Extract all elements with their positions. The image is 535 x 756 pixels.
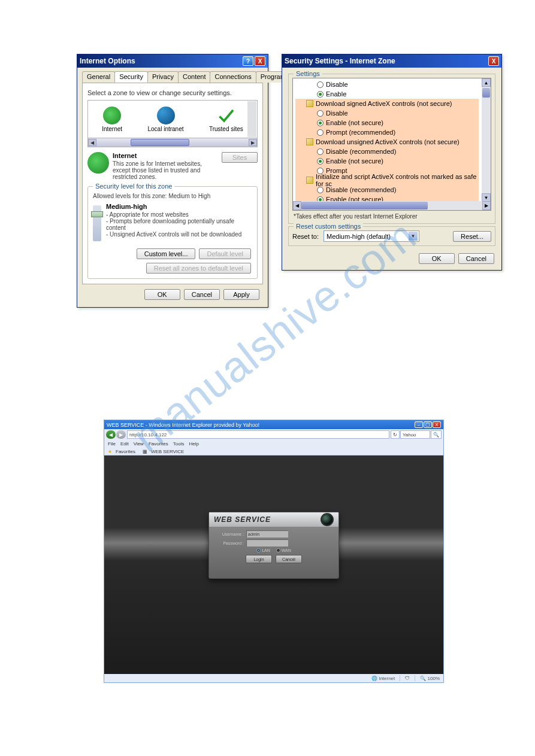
scroll-thumb[interactable]	[482, 88, 490, 98]
scroll-left-icon[interactable]: ◀	[293, 201, 301, 210]
radio-lan[interactable]: LAN	[256, 548, 270, 552]
scroll-right-icon[interactable]: ▶	[249, 139, 257, 146]
radio-icon[interactable]	[317, 129, 324, 136]
radio-icon[interactable]	[317, 81, 324, 88]
settings-tree[interactable]: DisableEnableDownload signed ActiveX con…	[292, 78, 491, 211]
zone-instruction: Select a zone to view or change security…	[87, 89, 258, 96]
level-bullet: - Appropriate for most websites	[106, 211, 252, 218]
close-button[interactable]: X	[255, 56, 265, 66]
favorites-bar: ★ Favorites ▦ WEB SERVICE	[104, 448, 443, 456]
dropdown-icon[interactable]: ▼	[409, 232, 418, 241]
intranet-icon	[157, 107, 175, 125]
close-button[interactable]: X	[433, 421, 441, 428]
reset-all-zones-button[interactable]: Reset all zones to default level	[146, 263, 251, 274]
tree-hscroll[interactable]: ◀ ▶	[293, 201, 491, 210]
menu-file[interactable]: File	[108, 441, 116, 447]
level-name: Medium-high	[106, 203, 252, 210]
search-button[interactable]: 🔍	[431, 430, 442, 439]
tab-privacy[interactable]: Privacy	[147, 71, 179, 83]
radio-wan[interactable]: WAN	[276, 548, 291, 552]
scroll-thumb[interactable]	[301, 202, 428, 210]
star-icon[interactable]: ★	[108, 449, 112, 454]
reset-to-combo[interactable]: Medium-high (default) ▼	[324, 230, 419, 242]
tree-radio[interactable]: Prompt (recommended)	[295, 127, 479, 137]
menu-bar: File Edit View Favorites Tools Help	[104, 440, 443, 448]
scroll-down-icon[interactable]: ▼	[482, 193, 491, 202]
security-level-group: Security level for this zone Allowed lev…	[87, 186, 258, 279]
ok-button[interactable]: OK	[419, 253, 455, 264]
activex-icon	[306, 100, 313, 107]
tab-general[interactable]: General	[82, 71, 115, 83]
scroll-left-icon[interactable]: ◀	[88, 139, 96, 146]
tree-header: Initialize and script ActiveX controls n…	[295, 175, 479, 185]
tab-security[interactable]: Security	[114, 71, 148, 83]
menu-view[interactable]: View	[134, 441, 144, 447]
back-button[interactable]: ◀	[106, 430, 116, 439]
radio-icon[interactable]	[317, 148, 324, 155]
tree-vscroll[interactable]: ▲ ▼	[482, 78, 491, 202]
password-input[interactable]	[246, 539, 288, 546]
zone-detail: Internet This zone is for Internet websi…	[87, 152, 258, 180]
activex-icon	[306, 177, 313, 184]
zone-intranet[interactable]: Local intranet	[147, 107, 183, 132]
custom-level-button[interactable]: Custom level...	[137, 248, 196, 259]
security-slider[interactable]	[93, 205, 101, 241]
tab-connections[interactable]: Connections	[210, 71, 256, 83]
tree-radio[interactable]: Disable	[295, 80, 488, 89]
refresh-button[interactable]: ↻	[391, 430, 400, 439]
sites-button[interactable]: Sites	[222, 152, 258, 163]
internet-options-dialog: Internet Options ? X General Security Pr…	[77, 54, 268, 308]
tree-radio[interactable]: Enable (not secure)	[295, 156, 479, 166]
status-bar: 🌐 Internet 🛡 🔍 100%	[104, 674, 443, 682]
password-label: Password :	[214, 541, 244, 545]
ok-button[interactable]: OK	[144, 289, 180, 300]
zone-hscroll[interactable]: ◀ ▶	[87, 138, 258, 147]
username-input[interactable]: admin	[246, 530, 288, 538]
tree-radio[interactable]: Enable	[295, 89, 488, 99]
radio-icon[interactable]	[317, 91, 324, 98]
favorites-label[interactable]: Favorites	[116, 449, 135, 454]
reset-to-value: Medium-high (default)	[327, 233, 391, 240]
slider-thumb[interactable]	[91, 211, 103, 217]
tab-content[interactable]: Content	[178, 71, 211, 83]
close-button[interactable]: X	[488, 56, 499, 66]
login-button[interactable]: Login	[246, 555, 272, 563]
tree-radio[interactable]: Enable (not secure)	[295, 118, 479, 127]
radio-icon[interactable]	[317, 158, 324, 165]
zone-vscroll[interactable]	[247, 101, 256, 137]
security-settings-dialog: Security Settings - Internet Zone X Sett…	[282, 54, 502, 271]
status-zoom[interactable]: 🔍 100%	[420, 676, 440, 681]
scroll-right-icon[interactable]: ▶	[482, 201, 491, 210]
radio-icon[interactable]	[317, 120, 324, 126]
reset-button[interactable]: Reset...	[453, 231, 491, 242]
zone-detail-heading: Internet	[113, 152, 218, 159]
zone-list[interactable]: Internet Local intranet Trusted sites	[87, 100, 258, 138]
forward-button[interactable]: ▶	[116, 430, 126, 439]
zone-internet[interactable]: Internet	[102, 107, 122, 132]
favorites-tab-label[interactable]: WEB SERVICE	[151, 449, 184, 454]
tree-header: Download signed ActiveX controls (not se…	[295, 99, 479, 108]
address-input[interactable]: http://10.10.4.122	[127, 430, 389, 439]
cancel-button[interactable]: Cancel	[184, 289, 220, 300]
radio-icon[interactable]	[317, 110, 324, 117]
apply-button[interactable]: Apply	[223, 289, 259, 300]
default-level-button[interactable]: Default level	[199, 248, 251, 259]
scroll-thumb[interactable]	[131, 139, 190, 146]
scroll-up-icon[interactable]: ▲	[482, 78, 491, 87]
cancel-button[interactable]: Cancel	[458, 253, 494, 264]
tree-radio[interactable]: Disable (recommended)	[295, 147, 479, 156]
minimize-button[interactable]: –	[415, 421, 423, 428]
menu-help[interactable]: Help	[189, 441, 198, 447]
browser-window: WEB SERVICE - Windows Internet Explorer …	[104, 420, 444, 683]
search-field[interactable]: Yahoo	[400, 430, 430, 439]
tree-radio[interactable]: Disable	[295, 108, 479, 118]
zone-label: Internet	[102, 126, 122, 132]
radio-icon[interactable]	[317, 187, 324, 193]
help-button[interactable]: ?	[243, 56, 253, 66]
menu-tools[interactable]: Tools	[173, 441, 185, 447]
zone-trusted[interactable]: Trusted sites	[209, 107, 243, 132]
cancel-button[interactable]: Cancel	[276, 555, 302, 563]
menu-edit[interactable]: Edit	[120, 441, 129, 447]
menu-favorites[interactable]: Favorites	[149, 441, 168, 447]
maximize-button[interactable]: ▢	[424, 421, 432, 428]
